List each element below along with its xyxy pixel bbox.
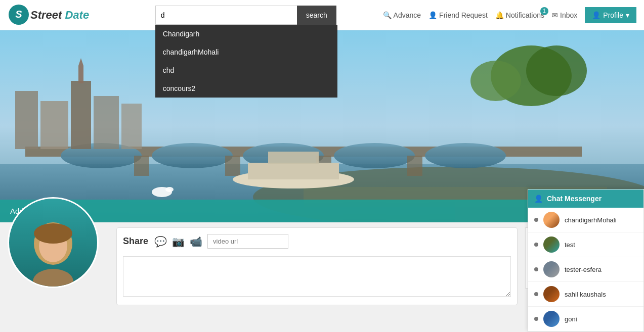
svg-rect-25 — [268, 152, 319, 164]
bell-icon: 🔔 — [495, 11, 504, 19]
search-suggestion-item[interactable]: concours2 — [155, 79, 337, 98]
svg-point-11 — [425, 143, 506, 168]
share-header: Share 💬 📷 📹 — [123, 234, 511, 249]
inbox-label: Inbox — [560, 11, 577, 19]
friend-request-link[interactable]: 👤 Friend Request — [428, 11, 488, 19]
chat-avatar — [543, 286, 560, 302]
svg-rect-24 — [248, 163, 339, 179]
share-title: Share — [123, 236, 148, 247]
svg-point-28 — [470, 61, 521, 101]
svg-rect-21 — [94, 96, 119, 149]
profile-person-icon: 👤 — [592, 11, 600, 19]
chat-avatar — [543, 261, 560, 277]
chat-contact-item[interactable]: sahil kaushals — [528, 282, 643, 307]
chat-person-icon: 👤 — [534, 195, 543, 203]
chat-avatar — [543, 212, 560, 228]
search-suggestion-item[interactable]: chd — [155, 61, 337, 79]
video-url-input[interactable] — [207, 234, 288, 249]
chat-contact-list: chandigarhMohali test tester-esfera sahi… — [528, 208, 643, 331]
profile-label: Profile — [603, 11, 623, 19]
search-input[interactable] — [155, 6, 297, 25]
chat-contact-item[interactable]: chandigarhMohali — [528, 208, 643, 232]
share-box: Share 💬 📷 📹 — [116, 227, 518, 305]
chat-avatar — [543, 311, 560, 327]
svg-point-34 — [34, 223, 72, 244]
chat-title: Chat Messenger — [547, 195, 602, 203]
logo-icon: S — [8, 4, 30, 26]
online-status-dot — [534, 218, 538, 222]
chat-header: 👤 Chat Messenger — [528, 189, 643, 208]
email-icon: ✉ — [552, 11, 558, 19]
inbox-link[interactable]: ✉ Inbox — [552, 11, 577, 19]
svg-point-10 — [334, 143, 415, 168]
profile-button[interactable]: 👤 Profile ▾ — [585, 7, 636, 23]
svg-point-35 — [33, 269, 73, 287]
logo-area: S Street Date — [8, 4, 109, 26]
profile-avatar — [23, 216, 83, 287]
svg-rect-16 — [15, 91, 38, 149]
notifications-label: Notifications — [506, 11, 544, 19]
share-area: Share 💬 📷 📹 — [116, 227, 518, 305]
person-icon: 👤 — [428, 11, 437, 19]
logo-text: Street Date — [30, 9, 89, 22]
chat-contact-name: goni — [565, 315, 577, 323]
chat-avatar — [543, 236, 560, 253]
search-dropdown: Chandigarh chandigarhMohali chd concours… — [155, 25, 337, 98]
search-circle-icon: 🔍 — [383, 11, 392, 19]
search-button[interactable]: search — [297, 6, 336, 25]
chat-contact-name: test — [565, 241, 575, 249]
svg-rect-12 — [134, 156, 149, 176]
search-area: search Chandigarh chandigarhMohali chd c… — [109, 6, 383, 25]
notifications-link[interactable]: 🔔 Notifications 1 — [495, 11, 544, 19]
camera-icon[interactable]: 📷 — [172, 235, 185, 248]
chat-contact-item[interactable]: goni — [528, 307, 643, 331]
chat-contact-item[interactable]: test — [528, 232, 643, 257]
logo-street: Street — [30, 9, 62, 21]
svg-rect-17 — [40, 101, 68, 149]
header: S Street Date search Chandigarh chandiga… — [0, 0, 644, 30]
share-textarea[interactable] — [123, 256, 511, 297]
search-container: search Chandigarh chandigarhMohali chd c… — [155, 6, 336, 25]
online-status-dot — [534, 317, 538, 321]
advance-label: Advance — [394, 11, 421, 19]
svg-rect-13 — [225, 156, 240, 176]
online-status-dot — [534, 243, 538, 247]
svg-rect-22 — [121, 104, 142, 149]
svg-text:S: S — [15, 9, 22, 20]
video-icon[interactable]: 📹 — [190, 235, 202, 248]
notifications-badge: 1 — [540, 7, 548, 15]
share-icons: 💬 📷 📹 — [154, 234, 288, 249]
svg-point-30 — [165, 187, 174, 192]
search-suggestion-item[interactable]: chandigarhMohali — [155, 43, 337, 61]
comment-icon[interactable]: 💬 — [154, 235, 167, 248]
profile-picture-container: ✕ — [8, 197, 99, 288]
logo-date: Date — [65, 9, 89, 21]
chat-contact-name: chandigarhMohali — [565, 216, 617, 224]
svg-point-8 — [152, 143, 233, 168]
nav-area: 🔍 Advance 👤 Friend Request 🔔 Notificatio… — [383, 7, 636, 23]
svg-point-27 — [526, 45, 587, 96]
friend-request-label: Friend Request — [439, 11, 488, 19]
close-profile-pic-button[interactable]: ✕ — [88, 201, 95, 211]
profile-dropdown-icon: ▾ — [626, 11, 629, 19]
svg-rect-15 — [407, 156, 422, 176]
online-status-dot — [534, 267, 538, 271]
chat-contact-name: sahil kaushals — [565, 291, 606, 298]
online-status-dot — [534, 292, 538, 296]
svg-rect-19 — [78, 66, 83, 83]
chat-messenger: 👤 Chat Messenger chandigarhMohali test t… — [528, 189, 644, 332]
chat-contact-item[interactable]: tester-esfera — [528, 257, 643, 282]
search-suggestion-item[interactable]: Chandigarh — [155, 25, 337, 43]
profile-picture-bg — [9, 199, 97, 287]
advance-link[interactable]: 🔍 Advance — [383, 11, 421, 19]
left-profile: ✕ — [8, 227, 109, 305]
chat-contact-name: tester-esfera — [565, 266, 602, 273]
svg-rect-18 — [71, 81, 91, 149]
